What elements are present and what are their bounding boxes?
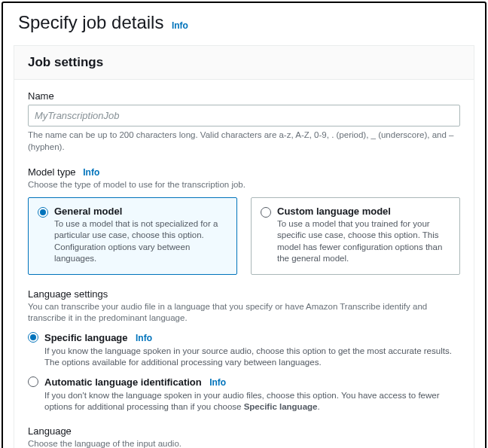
language-label: Language <box>28 425 460 437</box>
specific-language-title: Specific language <box>44 332 128 343</box>
specific-language-desc: If you know the language spoken in your … <box>44 346 460 369</box>
panel-body: Name The name can be up to 200 character… <box>14 80 474 448</box>
page-container: Specify job details Info Job settings Na… <box>2 2 486 448</box>
auto-language-option[interactable]: Automatic language identification Info I… <box>28 375 460 413</box>
name-input[interactable] <box>28 105 460 126</box>
model-type-label-row: Model type Info <box>28 166 460 178</box>
general-model-desc: To use a model that is not specialized f… <box>54 218 227 265</box>
panel-header: Job settings <box>14 46 474 80</box>
radio-icon <box>28 332 38 343</box>
page-info-link[interactable]: Info <box>172 20 188 31</box>
model-type-label: Model type <box>28 166 76 178</box>
custom-model-desc: To use a model that you trained for your… <box>277 218 450 265</box>
auto-language-info-link[interactable]: Info <box>209 377 226 388</box>
auto-language-title: Automatic language identification <box>44 376 202 388</box>
job-settings-panel: Job settings Name The name can be up to … <box>14 45 474 448</box>
model-type-custom-card[interactable]: Custom language model To use a model tha… <box>251 197 460 275</box>
panel-title: Job settings <box>28 55 460 70</box>
radio-icon <box>261 207 271 218</box>
auto-language-desc: If you don't know the language spoken in… <box>44 390 460 413</box>
radio-icon <box>38 207 48 218</box>
specific-language-option[interactable]: Specific language Info If you know the l… <box>28 331 460 369</box>
radio-icon <box>28 376 38 387</box>
language-hint: Choose the language of the input audio. <box>28 438 460 448</box>
language-settings-label: Language settings <box>28 288 460 300</box>
page-title: Specify job details <box>18 12 163 32</box>
general-model-title: General model <box>54 206 227 217</box>
model-type-cards: General model To use a model that is not… <box>28 197 460 275</box>
specific-language-info-link[interactable]: Info <box>136 333 152 343</box>
page-header: Specify job details Info <box>3 3 485 39</box>
model-type-general-card[interactable]: General model To use a model that is not… <box>28 197 237 275</box>
name-label: Name <box>28 90 460 102</box>
custom-model-title: Custom language model <box>277 206 450 217</box>
model-type-hint: Choose the type of model to use for the … <box>28 179 460 191</box>
name-hint: The name can be up to 200 characters lon… <box>28 130 460 153</box>
language-settings-hint: You can transcribe your audio file in a … <box>28 301 460 325</box>
model-type-info-link[interactable]: Info <box>83 167 99 178</box>
